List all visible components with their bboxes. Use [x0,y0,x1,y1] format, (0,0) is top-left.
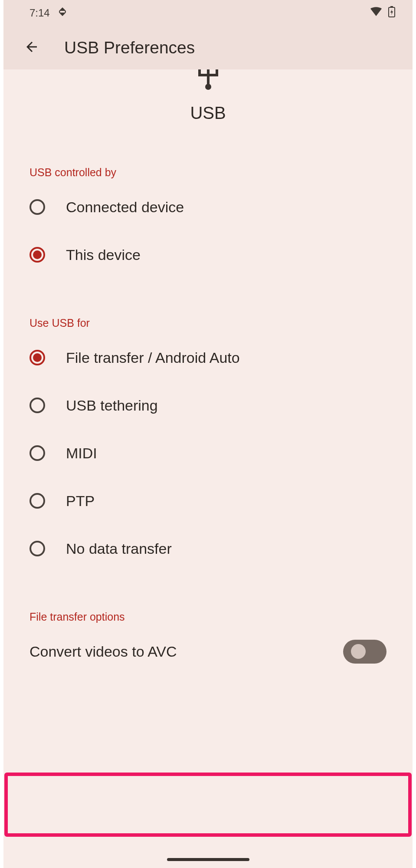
svg-rect-6 [198,74,218,76]
arrow-back-icon [24,39,39,56]
radio-icon [29,199,45,215]
status-left: 7:14 [29,7,67,20]
status-bar: 7:14 [3,0,413,26]
section-header-controlled-by: USB controlled by [29,166,387,179]
usb-icon [29,69,387,90]
radio-midi[interactable]: MIDI [29,429,387,477]
usb-hero: USB [29,69,387,127]
svg-rect-0 [59,10,66,13]
svg-rect-3 [207,69,210,84]
usb-hero-label: USB [29,103,387,123]
back-button[interactable] [21,37,43,59]
radio-connected-device[interactable]: Connected device [29,183,387,231]
radio-icon [29,445,45,461]
gesture-nav-handle[interactable] [167,858,249,861]
radio-label: No data transfer [66,540,172,557]
switch-label: Convert videos to AVC [29,643,343,660]
radio-label: File transfer / Android Auto [66,349,240,366]
radio-label: Connected device [66,199,184,216]
radio-icon [29,350,45,365]
radio-usb-tethering[interactable]: USB tethering [29,381,387,429]
radio-icon [29,493,45,509]
battery-icon [388,6,395,20]
wifi-icon [370,7,382,19]
content: USB USB controlled by Connected device T… [3,69,413,675]
radio-label: PTP [66,493,95,510]
radio-icon [29,541,45,556]
radio-this-device[interactable]: This device [29,231,387,279]
svg-point-7 [205,84,211,90]
switch-convert-videos[interactable]: Convert videos to AVC [29,628,387,675]
section-header-file-transfer: File transfer options [29,611,387,623]
radio-icon [29,247,45,263]
highlight-annotation [4,773,412,837]
toggle-switch[interactable] [343,640,387,664]
radio-no-data-transfer[interactable]: No data transfer [29,525,387,572]
section-header-use-for: Use USB for [29,317,387,329]
radio-label: USB tethering [66,397,158,414]
radio-label: This device [66,247,141,263]
status-time: 7:14 [29,7,50,19]
radio-icon [29,398,45,413]
app-bar: USB Preferences [3,26,413,69]
radio-ptp[interactable]: PTP [29,477,387,525]
radio-label: MIDI [66,445,97,462]
status-right [370,6,395,20]
page-title: USB Preferences [64,38,195,57]
radio-file-transfer[interactable]: File transfer / Android Auto [29,334,387,381]
notification-icon [58,7,67,20]
